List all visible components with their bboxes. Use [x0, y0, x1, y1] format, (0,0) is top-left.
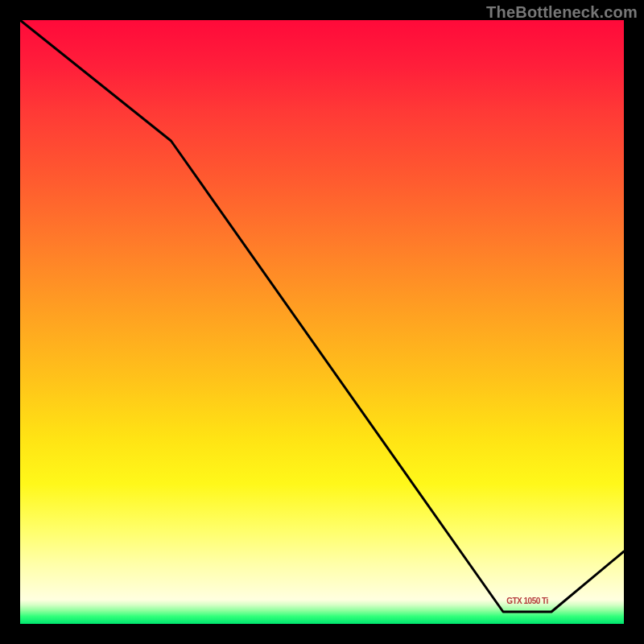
chart-stage: TheBottleneck.com GTX 1050 Ti — [0, 0, 644, 644]
bottleneck-line — [20, 20, 624, 624]
watermark-text: TheBottleneck.com — [486, 3, 638, 22]
plot-area: GTX 1050 Ti — [20, 20, 624, 624]
valley-annotation: GTX 1050 Ti — [506, 597, 548, 605]
